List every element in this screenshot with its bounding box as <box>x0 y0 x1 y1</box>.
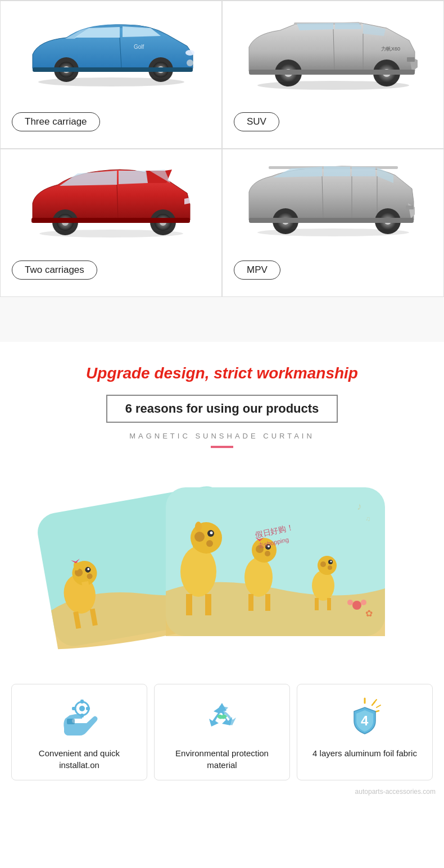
section-divider <box>0 297 444 342</box>
svg-point-62 <box>194 532 205 542</box>
svg-point-66 <box>195 522 202 532</box>
svg-rect-97 <box>80 700 84 703</box>
car-image-two-carriages <box>1 149 221 256</box>
subtitle-text: MAGNETIC SUNSHADE CURTAIN <box>17 432 427 440</box>
svg-line-106 <box>377 705 380 707</box>
upgrade-title: Upgrade design, strict workmanship <box>17 364 427 382</box>
upgrade-section: Upgrade design, strict workmanship 6 rea… <box>0 342 444 482</box>
car-mpv-svg <box>241 154 426 252</box>
svg-point-92 <box>347 600 353 605</box>
svg-point-65 <box>210 532 213 534</box>
svg-rect-86 <box>327 598 331 610</box>
svg-point-80 <box>318 556 337 575</box>
svg-point-63 <box>206 540 213 547</box>
svg-rect-45 <box>249 218 414 223</box>
gear-hand-icon <box>58 697 101 739</box>
svg-rect-99 <box>72 707 76 710</box>
feature-card-layers: 4 4 layers aluminum foil fabric <box>297 684 433 780</box>
svg-point-96 <box>79 706 85 711</box>
svg-text:✿: ✿ <box>365 609 373 618</box>
svg-point-8 <box>185 50 194 56</box>
car-suv-svg: 力帆X60 <box>241 7 426 102</box>
car-label-two-carriages: Two carriages <box>12 261 97 280</box>
svg-rect-85 <box>315 598 319 610</box>
svg-rect-22 <box>249 70 415 75</box>
car-image-three-carriage: Golf <box>1 1 221 108</box>
car-cell-suv: 力帆X60 SUV <box>222 1 444 149</box>
svg-text:♪: ♪ <box>357 501 362 512</box>
svg-rect-38 <box>406 205 414 209</box>
sunshade-area: 假日好购！ 去shopping ♪ ♫ ✿ <box>0 482 444 673</box>
svg-point-93 <box>361 600 366 605</box>
feature-card-eco: Environmental protection material <box>154 684 290 780</box>
watermark-area: autoparts-accessories.com <box>0 780 444 803</box>
car-cell-two-carriages: Two carriages <box>0 149 222 297</box>
car-grid: Golf Three carriage <box>0 0 444 297</box>
svg-rect-15 <box>407 57 415 62</box>
svg-rect-7 <box>33 67 193 72</box>
svg-rect-76 <box>248 594 253 611</box>
svg-rect-68 <box>205 594 211 615</box>
car-cell-mpv: MPV <box>222 149 444 297</box>
svg-rect-77 <box>265 594 270 611</box>
feature-cards: Convenient and quick installat.on Enviro… <box>0 673 444 780</box>
install-icon-area <box>57 696 102 741</box>
svg-text:Golf: Golf <box>134 44 144 50</box>
eco-icon-area <box>200 696 244 741</box>
recycle-icon <box>201 697 243 739</box>
sunshade-illustration: 假日好购！ 去shopping ♪ ♫ ✿ <box>31 482 413 656</box>
shield-4-icon: 4 <box>344 697 386 739</box>
car-blue-svg: Golf <box>21 7 201 102</box>
svg-rect-67 <box>186 594 192 615</box>
feature-label-eco: Environmental protection material <box>160 747 284 771</box>
svg-rect-101 <box>67 719 75 724</box>
svg-text:♫: ♫ <box>365 515 370 523</box>
svg-text:4: 4 <box>361 713 369 728</box>
svg-rect-100 <box>86 707 90 710</box>
feature-label-install: Convenient and quick installat.on <box>17 747 141 771</box>
svg-point-91 <box>352 601 361 610</box>
svg-rect-98 <box>80 714 84 718</box>
car-image-suv: 力帆X60 <box>223 1 443 108</box>
svg-rect-32 <box>31 218 190 223</box>
svg-point-82 <box>328 565 332 570</box>
svg-point-46 <box>257 229 409 236</box>
feature-label-layers: 4 layers aluminum foil fabric <box>312 747 417 759</box>
layers-icon-area: 4 <box>342 696 387 741</box>
svg-text:力帆X60: 力帆X60 <box>381 46 400 52</box>
sunshade-svg: 假日好购！ 去shopping ♪ ♫ ✿ <box>31 482 413 656</box>
svg-point-84 <box>330 561 332 563</box>
svg-point-73 <box>265 551 270 556</box>
car-label-mpv: MPV <box>234 261 280 280</box>
car-label-suv: SUV <box>234 112 279 131</box>
car-image-mpv <box>223 149 443 256</box>
svg-point-11 <box>38 77 184 86</box>
svg-point-9 <box>187 60 193 66</box>
car-cell-three-carriage: Golf Three carriage <box>0 1 222 149</box>
pink-bar <box>211 446 233 448</box>
svg-point-33 <box>39 230 183 237</box>
car-red-svg <box>21 154 201 252</box>
watermark-text: autoparts-accessories.com <box>355 788 436 796</box>
svg-point-24 <box>257 81 409 90</box>
reasons-box: 6 reasons for using our products <box>106 395 338 423</box>
feature-card-install: Convenient and quick installat.on <box>11 684 147 780</box>
svg-point-81 <box>320 561 326 567</box>
car-label-three-carriage: Three carriage <box>12 112 100 131</box>
